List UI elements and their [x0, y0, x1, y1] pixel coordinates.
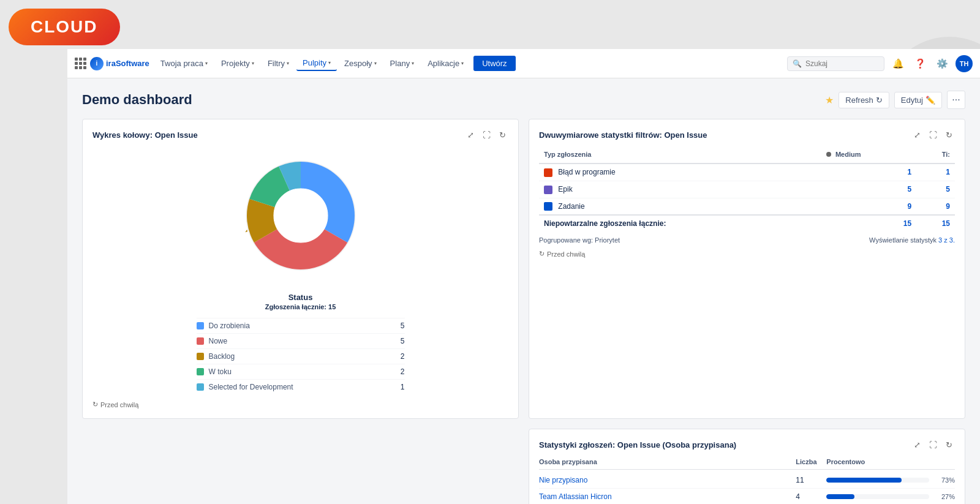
legend-count: 5 [401, 322, 405, 330]
stats-widget-header: Dwuwymiarowe statystki filtrów: Open Iss… [539, 129, 955, 141]
showing-link[interactable]: 3 z 3. [938, 236, 955, 244]
col-total-header: Ti: [916, 148, 955, 164]
legend-item: Selected for Development 1 [197, 379, 405, 394]
grid-icon[interactable] [75, 58, 86, 69]
star-icon[interactable]: ★ [825, 94, 834, 106]
refresh-icon[interactable]: ↻ [943, 439, 955, 451]
epic-icon [544, 186, 552, 194]
navbar-brand: i iraSoftware [75, 57, 149, 70]
nav-item-filtry[interactable]: Filtry ▾ [262, 56, 295, 70]
logo-icon: i [90, 57, 104, 70]
assignee-rows: Nie przypisano 11 73% Team Atlassian Hic… [539, 472, 955, 504]
stats-widget-actions: ⤢ ⛶ ↻ [911, 129, 955, 141]
refresh-button[interactable]: Refresh ↻ [839, 92, 889, 108]
assignee-count: 11 [796, 476, 826, 484]
legend-count: 2 [401, 367, 405, 376]
nav-item-pulpity[interactable]: Pulpity ▾ [296, 56, 337, 71]
pie-widget-actions: ⤢ ⛶ ↻ [465, 129, 508, 141]
legend-color-swatch [197, 368, 204, 375]
total-count: 1 [916, 164, 955, 181]
medium-count: 1 [821, 164, 916, 181]
nav-item-twoja-praca[interactable]: Twoja praca ▾ [154, 56, 214, 70]
list-item: Nie przypisano 11 73% [539, 472, 955, 489]
legend-color-swatch [197, 383, 204, 391]
fullscreen-icon[interactable]: ⛶ [927, 439, 940, 451]
chevron-down-icon: ▾ [287, 61, 289, 66]
col-type-header: Typ zgłoszenia [539, 148, 821, 164]
expand-icon[interactable]: ⤢ [911, 439, 923, 451]
edit-button[interactable]: Edytuj ✏️ [894, 92, 942, 108]
legend-label: Selected for Development [209, 383, 401, 391]
nav-item-plany[interactable]: Plany ▾ [384, 56, 421, 70]
type-cell: Błąd w programie [539, 164, 821, 181]
assignee-percent: 73% [934, 476, 955, 484]
page-title: Demo dashboard [82, 92, 192, 108]
pie-widget-header: Wykres kołowy: Open Issue ⤢ ⛶ ↻ [92, 129, 508, 141]
legend-label: Backlog [209, 352, 401, 361]
legend-label: Do zrobienia [209, 322, 401, 330]
table-row: Błąd w programie 1 1 [539, 164, 955, 181]
chevron-down-icon: ▾ [328, 60, 331, 66]
legend-item: Backlog 2 [197, 348, 405, 364]
assignee-percent: 27% [934, 493, 955, 500]
chart-container: Status Zgłoszenia łącznie: 15 Do zrobien… [92, 148, 508, 394]
total-medium: 15 [821, 215, 916, 231]
assignee-widget-actions: ⤢ ⛶ ↻ [911, 439, 955, 451]
medium-count: 5 [821, 181, 916, 198]
donut-chart-svg [233, 148, 368, 283]
assignee-count: 4 [796, 492, 826, 501]
fullscreen-icon[interactable]: ⛶ [927, 129, 940, 141]
nav-item-aplikacje[interactable]: Aplikacje ▾ [421, 56, 470, 70]
more-options-button[interactable]: ··· [947, 91, 965, 109]
medium-count: 9 [821, 198, 916, 215]
refresh-icon[interactable]: ↻ [943, 129, 955, 141]
total-label: Niepowtarzalne zgłoszenia łącznie: [539, 215, 821, 231]
assignee-table-header: Osoba przypisana Liczba Procentowo [539, 458, 955, 470]
settings-button[interactable]: ⚙️ [933, 55, 951, 72]
legend-color-swatch [197, 322, 204, 329]
legend-label: W toku [209, 367, 401, 376]
assignee-name[interactable]: Nie przypisano [539, 476, 796, 484]
type-cell: Epik [539, 181, 821, 198]
stats-table: Typ zgłoszenia Medium Ti: Błąd w program… [539, 148, 955, 231]
fullscreen-icon[interactable]: ⛶ [480, 129, 493, 141]
legend-items: Do zrobienia 5 Nowe 5 Backlog 2 W toku 2… [197, 318, 405, 394]
assignee-bar-wrap [826, 494, 929, 499]
refresh-icon[interactable]: ↻ [497, 129, 508, 141]
table-row: Zadanie 9 9 [539, 198, 955, 215]
nav-item-projekty[interactable]: Projekty ▾ [215, 56, 260, 70]
search-input[interactable] [805, 59, 879, 68]
assignee-widget: Statystyki zgłoszeń: Open Issue (Osoba p… [529, 429, 965, 504]
brand-logo[interactable]: i iraSoftware [90, 57, 149, 70]
create-button[interactable]: Utwórz [473, 56, 515, 71]
total-all: 15 [916, 215, 955, 231]
legend-color-swatch [197, 353, 204, 360]
avatar[interactable]: TH [956, 55, 973, 72]
pie-widget-footer: ↻ Przed chwilą [92, 401, 508, 408]
notifications-button[interactable]: 🔔 [889, 55, 907, 72]
assignee-name[interactable]: Team Atlassian Hicron [539, 492, 796, 501]
nav-right: 🔍 🔔 ❓ ⚙️ TH [787, 55, 973, 72]
stats-widget-title: Dwuwymiarowe statystki filtrów: Open Iss… [539, 130, 707, 140]
pencil-icon: ✏️ [925, 96, 935, 105]
nav-item-zespoly[interactable]: Zespoły ▾ [338, 56, 383, 70]
chart-total: 15 [328, 303, 336, 310]
legend-item: Nowe 5 [197, 333, 405, 348]
assignee-bar-wrap [826, 478, 929, 483]
legend-label: Nowe [209, 337, 401, 345]
table-row: Epik 5 5 [539, 181, 955, 198]
refresh-icon: ↻ [876, 96, 883, 105]
legend-count: 1 [401, 383, 405, 391]
expand-icon[interactable]: ⤢ [911, 129, 923, 141]
refresh-small-icon: ↻ [539, 250, 545, 258]
expand-icon[interactable]: ⤢ [465, 129, 477, 141]
task-icon [544, 202, 552, 211]
legend-item: Do zrobienia 5 [197, 318, 405, 333]
total-row: Niepowtarzalne zgłoszenia łącznie: 15 15 [539, 215, 955, 231]
list-item: Team Atlassian Hicron 4 27% [539, 489, 955, 504]
stats-widget-footer: ↻ Przed chwilą [539, 250, 955, 258]
help-button[interactable]: ❓ [911, 55, 929, 72]
legend-item: W toku 2 [197, 364, 405, 379]
chevron-down-icon: ▾ [205, 61, 208, 66]
search-box[interactable]: 🔍 [787, 56, 884, 71]
